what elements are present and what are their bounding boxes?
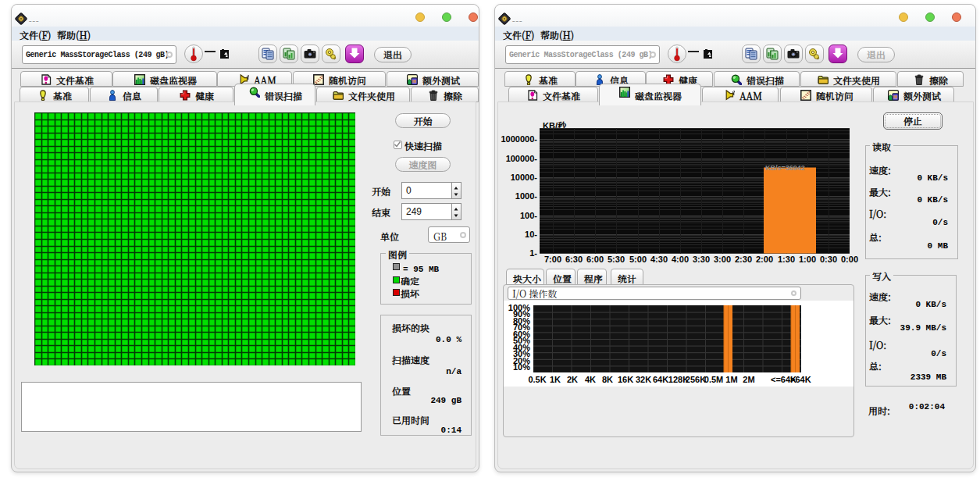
svg-text:KB/s=36942: KB/s=36942: [765, 164, 805, 172]
